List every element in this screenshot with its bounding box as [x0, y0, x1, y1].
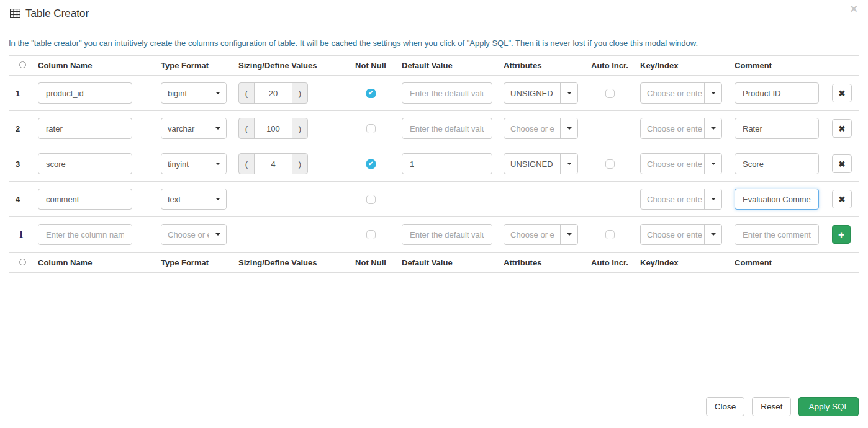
page-title: Table Creator — [25, 7, 89, 20]
header-default-value: Default Value — [399, 61, 503, 70]
type-caret-button[interactable] — [209, 189, 226, 209]
column-name-input[interactable] — [38, 224, 132, 245]
paren-open-addon: ( — [238, 118, 255, 139]
footer-attributes: Attributes — [503, 258, 582, 267]
header-column-name: Column Name — [38, 61, 153, 70]
sizing-group: ( ) — [238, 153, 308, 174]
type-caret-button[interactable] — [209, 225, 226, 244]
type-format-select[interactable]: bigint — [161, 82, 227, 104]
attributes-caret-button[interactable] — [560, 83, 577, 103]
remove-row-button[interactable]: ✖ — [832, 84, 852, 102]
header-comment: Comment — [731, 61, 825, 70]
attributes-select[interactable]: UNSIGNED — [504, 82, 578, 104]
attributes-select[interactable]: UNSIGNED — [504, 153, 578, 174]
type-format-select[interactable]: varchar — [161, 118, 227, 139]
default-value-input[interactable] — [402, 224, 492, 245]
key-index-select[interactable]: Choose or ente — [640, 118, 722, 139]
type-format-value: text — [161, 189, 209, 209]
key-index-placeholder: Choose or ente — [641, 118, 704, 138]
header-attributes: Attributes — [503, 61, 582, 70]
attributes-caret-button[interactable] — [560, 118, 577, 138]
footer-auto-incr: Auto Incr. — [582, 258, 637, 267]
auto-incr-checkbox[interactable] — [605, 159, 615, 169]
type-caret-button[interactable] — [209, 118, 226, 138]
reset-button[interactable]: Reset — [752, 397, 791, 416]
key-index-caret-button[interactable] — [704, 189, 721, 209]
remove-row-button[interactable]: ✖ — [832, 190, 852, 208]
default-value-input[interactable] — [402, 153, 492, 174]
footer-column-name: Column Name — [38, 258, 153, 267]
not-null-checkbox[interactable] — [366, 89, 376, 98]
not-null-checkbox[interactable] — [366, 230, 376, 239]
table-footer-header-row: Column Name Type Format Sizing/Define Va… — [9, 252, 859, 272]
type-caret-button[interactable] — [209, 154, 226, 174]
auto-incr-checkbox[interactable] — [605, 230, 615, 239]
default-value-input[interactable] — [402, 118, 492, 139]
paren-close-addon: ) — [292, 153, 308, 174]
auto-incr-checkbox[interactable] — [605, 89, 615, 98]
circle-icon — [19, 61, 26, 68]
comment-input[interactable] — [735, 82, 819, 104]
comment-input[interactable] — [735, 224, 819, 245]
key-index-select[interactable]: Choose or ente — [640, 153, 722, 174]
attributes-caret-button[interactable] — [560, 225, 577, 244]
comment-input[interactable] — [735, 118, 819, 139]
attributes-placeholder: Choose or e — [504, 225, 560, 244]
footer-key-index: Key/Index — [637, 258, 731, 267]
type-caret-button[interactable] — [209, 83, 226, 103]
header-type-format: Type Format — [153, 61, 238, 70]
row-number: 2 — [9, 124, 38, 133]
apply-sql-button[interactable]: Apply SQL — [798, 397, 859, 416]
column-name-input[interactable] — [38, 189, 132, 210]
footer-default-value: Default Value — [399, 258, 503, 267]
attributes-select[interactable]: Choose or e — [504, 118, 578, 139]
attributes-caret-button[interactable] — [560, 154, 577, 174]
chevron-down-icon — [711, 198, 716, 200]
chevron-down-icon — [215, 198, 220, 200]
type-format-select[interactable]: text — [161, 189, 227, 210]
comment-input[interactable] — [735, 189, 819, 210]
paren-open-addon: ( — [238, 153, 255, 174]
key-index-select[interactable]: Choose or ente — [640, 82, 722, 104]
comment-input[interactable] — [735, 153, 819, 174]
remove-row-button[interactable]: ✖ — [832, 119, 852, 138]
type-format-select[interactable]: tinyint — [161, 153, 227, 174]
chevron-down-icon — [567, 163, 572, 165]
type-format-value: tinyint — [161, 154, 209, 174]
sizing-group: ( ) — [238, 82, 308, 104]
key-index-placeholder: Choose or ente — [641, 225, 704, 244]
not-null-checkbox[interactable] — [366, 195, 376, 204]
not-null-checkbox[interactable] — [366, 159, 376, 169]
add-row-button[interactable]: + — [832, 225, 851, 244]
key-index-select[interactable]: Choose or ente — [640, 224, 722, 245]
modal-header: Table Creator ✕ — [0, 0, 868, 27]
close-icon[interactable]: ✕ — [850, 4, 858, 14]
attributes-select[interactable]: Choose or e — [504, 224, 578, 245]
circle-icon — [19, 259, 26, 265]
type-format-select[interactable]: Choose or ent — [161, 224, 227, 245]
close-button[interactable]: Close — [706, 397, 745, 416]
chevron-down-icon — [567, 127, 572, 130]
chevron-down-icon — [215, 92, 220, 94]
header-not-null: Not Null — [343, 61, 399, 70]
key-index-placeholder: Choose or ente — [641, 189, 704, 209]
key-index-caret-button[interactable] — [704, 83, 721, 103]
footer-type-format: Type Format — [153, 258, 238, 267]
remove-row-button[interactable]: ✖ — [832, 154, 852, 173]
size-value-input[interactable] — [254, 153, 292, 174]
chevron-down-icon — [711, 127, 716, 130]
key-index-caret-button[interactable] — [704, 154, 721, 174]
default-value-input[interactable] — [402, 82, 492, 104]
key-index-caret-button[interactable] — [704, 225, 721, 244]
size-value-input[interactable] — [254, 118, 292, 139]
key-index-caret-button[interactable] — [704, 118, 721, 138]
column-name-input[interactable] — [38, 153, 132, 174]
type-format-value: bigint — [161, 83, 209, 103]
attributes-placeholder: Choose or e — [504, 118, 560, 138]
key-index-select[interactable]: Choose or ente — [640, 189, 722, 210]
column-name-input[interactable] — [38, 82, 132, 104]
footer-sizing: Sizing/Define Values — [238, 258, 343, 267]
not-null-checkbox[interactable] — [366, 124, 376, 133]
column-name-input[interactable] — [38, 118, 132, 139]
size-value-input[interactable] — [254, 82, 292, 104]
